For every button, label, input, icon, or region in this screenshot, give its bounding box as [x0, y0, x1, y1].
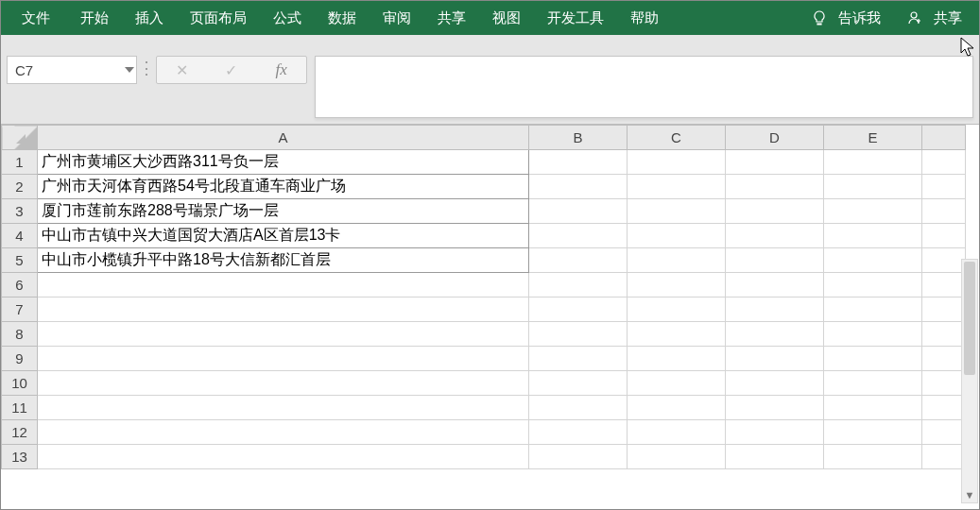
cell-F6[interactable]: [922, 273, 966, 298]
cell-A10[interactable]: [38, 371, 529, 396]
cell-F11[interactable]: [922, 396, 966, 420]
cell-C7[interactable]: [628, 298, 726, 322]
cell-A8[interactable]: [38, 322, 529, 347]
cell-C2[interactable]: [628, 175, 726, 199]
cancel-icon[interactable]: ✕: [173, 61, 190, 79]
cell-C12[interactable]: [628, 420, 726, 445]
cell-A13[interactable]: [38, 445, 529, 469]
cell-E10[interactable]: [824, 371, 922, 396]
cell-B8[interactable]: [529, 322, 628, 347]
formula-input[interactable]: [315, 56, 973, 118]
row-header[interactable]: 6: [2, 273, 38, 298]
tab-page-layout[interactable]: 页面布局: [177, 1, 260, 35]
cell-E5[interactable]: [824, 248, 922, 273]
cell-D10[interactable]: [726, 371, 824, 396]
row-header[interactable]: 3: [2, 199, 38, 224]
cell-B13[interactable]: [529, 445, 628, 469]
cell-C9[interactable]: [628, 347, 726, 371]
row-header[interactable]: 4: [2, 224, 38, 248]
cell-C10[interactable]: [628, 371, 726, 396]
scroll-thumb[interactable]: [964, 262, 975, 375]
cell-F2[interactable]: [922, 175, 966, 199]
cell-B7[interactable]: [529, 298, 628, 322]
cell-E3[interactable]: [824, 199, 922, 224]
cell-A7[interactable]: [38, 298, 529, 322]
cell-D12[interactable]: [726, 420, 824, 445]
cell-E8[interactable]: [824, 322, 922, 347]
row-header[interactable]: 11: [2, 396, 38, 420]
select-all-corner[interactable]: [2, 126, 38, 150]
cell-D7[interactable]: [726, 298, 824, 322]
cell-C13[interactable]: [628, 445, 726, 469]
cell-A5[interactable]: 中山市小榄镇升平中路18号大信新都汇首层: [38, 248, 529, 273]
col-header-D[interactable]: D: [726, 126, 824, 150]
col-header-E[interactable]: E: [824, 126, 922, 150]
spreadsheet-grid[interactable]: A B C D E 1广州市黄埔区大沙西路311号负一层2广州市天河体育西路54…: [1, 125, 979, 509]
tab-view[interactable]: 视图: [479, 1, 534, 35]
cell-D1[interactable]: [726, 150, 824, 175]
cell-F7[interactable]: [922, 298, 966, 322]
cell-C5[interactable]: [628, 248, 726, 273]
cell-E1[interactable]: [824, 150, 922, 175]
cell-E9[interactable]: [824, 347, 922, 371]
drag-handle-icon[interactable]: ⋮: [138, 61, 155, 75]
row-header[interactable]: 1: [2, 150, 38, 175]
cell-B6[interactable]: [529, 273, 628, 298]
cell-A3[interactable]: 厦门市莲前东路288号瑞景广场一层: [38, 199, 529, 224]
col-header-B[interactable]: B: [529, 126, 628, 150]
chevron-down-icon[interactable]: [125, 67, 134, 73]
cell-C8[interactable]: [628, 322, 726, 347]
cell-A6[interactable]: [38, 273, 529, 298]
tab-share[interactable]: 共享: [424, 1, 479, 35]
cell-A11[interactable]: [38, 396, 529, 420]
row-header[interactable]: 8: [2, 322, 38, 347]
cell-A1[interactable]: 广州市黄埔区大沙西路311号负一层: [38, 150, 529, 175]
cell-D13[interactable]: [726, 445, 824, 469]
cell-F10[interactable]: [922, 371, 966, 396]
cell-A9[interactable]: [38, 347, 529, 371]
cell-A2[interactable]: 广州市天河体育西路54号北段直通车商业广场: [38, 175, 529, 199]
cell-C3[interactable]: [628, 199, 726, 224]
cell-D3[interactable]: [726, 199, 824, 224]
enter-icon[interactable]: ✓: [223, 61, 240, 79]
cell-E12[interactable]: [824, 420, 922, 445]
cell-F3[interactable]: [922, 199, 966, 224]
cell-E7[interactable]: [824, 298, 922, 322]
cell-A4[interactable]: 中山市古镇中兴大道国贸大酒店A区首层13卡: [38, 224, 529, 248]
tab-developer[interactable]: 开发工具: [534, 1, 617, 35]
cell-C6[interactable]: [628, 273, 726, 298]
cell-B2[interactable]: [529, 175, 628, 199]
cell-B1[interactable]: [529, 150, 628, 175]
cell-B5[interactable]: [529, 248, 628, 273]
share-button[interactable]: 共享: [894, 1, 975, 35]
cell-F13[interactable]: [922, 445, 966, 469]
vertical-scrollbar[interactable]: ▲ ▼: [961, 259, 978, 503]
cell-F1[interactable]: [922, 150, 966, 175]
tell-me-button[interactable]: 告诉我: [799, 1, 894, 35]
cell-B12[interactable]: [529, 420, 628, 445]
cell-D9[interactable]: [726, 347, 824, 371]
tab-review[interactable]: 审阅: [370, 1, 424, 35]
cell-D8[interactable]: [726, 322, 824, 347]
tab-data[interactable]: 数据: [315, 1, 370, 35]
name-box[interactable]: C7: [7, 56, 137, 84]
tab-insert[interactable]: 插入: [122, 1, 177, 35]
row-header[interactable]: 5: [2, 248, 38, 273]
cell-F8[interactable]: [922, 322, 966, 347]
cell-E2[interactable]: [824, 175, 922, 199]
cell-B9[interactable]: [529, 347, 628, 371]
cell-E6[interactable]: [824, 273, 922, 298]
cell-E11[interactable]: [824, 396, 922, 420]
row-header[interactable]: 7: [2, 298, 38, 322]
col-header-C[interactable]: C: [628, 126, 726, 150]
cell-F9[interactable]: [922, 347, 966, 371]
col-header-F[interactable]: [922, 126, 966, 150]
tab-formulas[interactable]: 公式: [260, 1, 315, 35]
cell-D5[interactable]: [726, 248, 824, 273]
cell-F5[interactable]: [922, 248, 966, 273]
cell-C4[interactable]: [628, 224, 726, 248]
cell-B10[interactable]: [529, 371, 628, 396]
scroll-down-icon[interactable]: ▼: [962, 487, 977, 502]
row-header[interactable]: 13: [2, 445, 38, 469]
tab-home[interactable]: 开始: [67, 1, 122, 35]
